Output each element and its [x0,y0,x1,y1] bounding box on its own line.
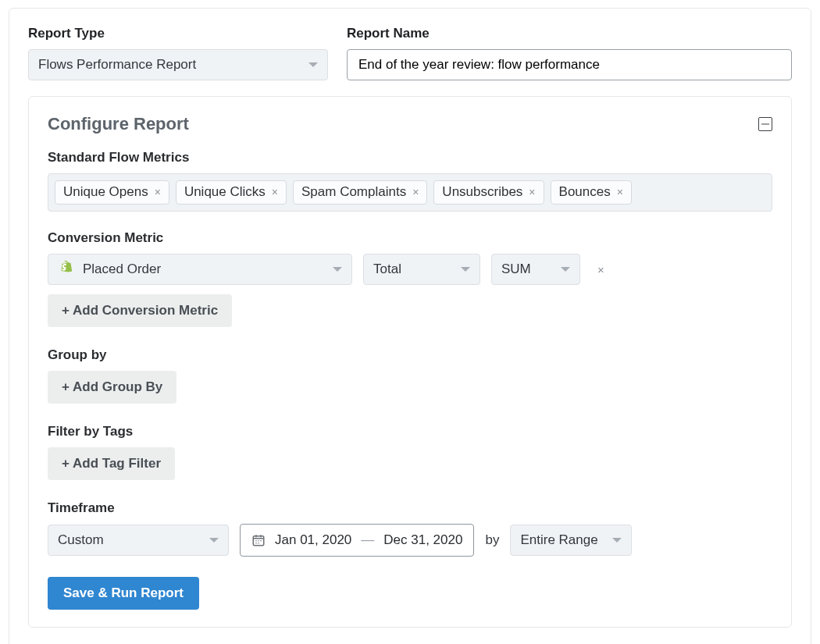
standard-metrics-section: Standard Flow Metrics Unique Opens × Uni… [48,150,772,212]
report-type-selected: Flows Performance Report [38,57,196,73]
timeframe-mode-select[interactable]: Custom [48,525,229,556]
report-type-select[interactable]: Flows Performance Report [28,49,328,80]
timeframe-label: Timeframe [48,500,772,516]
svg-point-2 [258,540,259,542]
remove-conversion-icon[interactable]: × [597,263,604,276]
svg-point-5 [258,543,259,544]
filter-tags-section: Filter by Tags + Add Tag Filter [48,424,772,480]
add-group-by-button[interactable]: + Add Group By [48,371,176,404]
shopify-icon [58,260,75,279]
metric-tag: Unsubscribes × [433,180,544,205]
conversion-metric-label: Conversion Metric [48,230,772,246]
chevron-down-icon [561,267,570,272]
metric-tag-label: Unsubscribes [442,184,522,200]
conversion-metric-section: Conversion Metric Placed Order Total [48,230,772,327]
close-icon[interactable]: × [529,187,535,197]
svg-point-3 [260,540,262,542]
timeframe-mode-selected: Custom [58,532,104,548]
metric-tag-label: Spam Complaints [301,184,406,200]
date-start: Jan 01, 2020 [275,532,351,548]
metric-tag-label: Bounces [559,184,611,200]
conversion-metric-select[interactable]: Placed Order [48,254,352,285]
chevron-down-icon [333,267,342,272]
conversion-metric-selected: Placed Order [83,262,161,277]
chevron-down-icon [308,62,318,67]
close-icon[interactable]: × [412,187,419,197]
dash-icon: — [361,532,374,548]
report-type-field: Report Type Flows Performance Report [28,26,328,80]
configure-report-panel: Configure Report Standard Flow Metrics U… [28,96,792,628]
metric-tag: Unique Clicks × [176,180,287,205]
date-end: Dec 31, 2020 [383,532,462,548]
conversion-metric-row: Placed Order Total SUM × [48,254,772,285]
top-row: Report Type Flows Performance Report Rep… [28,26,792,80]
chevron-down-icon [209,538,219,543]
conversion-agg-selected: Total [373,262,401,277]
group-by-section: Group by + Add Group By [48,347,772,404]
panel-title: Configure Report [48,114,189,134]
conversion-agg-select[interactable]: Total [363,254,480,285]
timeframe-range-selected: Entire Range [520,532,597,548]
metric-tag: Unique Opens × [55,180,169,205]
report-type-label: Report Type [28,26,328,41]
report-name-input[interactable] [347,49,792,80]
report-name-label: Report Name [347,26,792,41]
close-icon[interactable]: × [272,187,278,197]
close-icon[interactable]: × [155,187,161,197]
report-name-field: Report Name [347,26,792,80]
by-text: by [485,532,499,548]
group-by-label: Group by [48,347,772,363]
chevron-down-icon [612,538,622,543]
svg-point-1 [255,540,257,542]
add-tag-filter-button[interactable]: + Add Tag Filter [48,447,175,480]
close-icon[interactable]: × [617,187,623,197]
timeframe-section: Timeframe Custom [48,500,772,557]
timeframe-range-select[interactable]: Entire Range [510,525,632,556]
save-run-report-button[interactable]: Save & Run Report [48,577,199,610]
conversion-func-select[interactable]: SUM [491,254,580,285]
filter-tags-label: Filter by Tags [48,424,772,439]
date-range-picker[interactable]: Jan 01, 2020 — Dec 31, 2020 [240,524,474,557]
panel-header: Configure Report [48,114,772,134]
metric-tag: Spam Complaints × [293,180,427,205]
standard-metrics-label: Standard Flow Metrics [48,150,772,165]
metric-tag-label: Unique Clicks [184,184,266,200]
standard-metrics-tagbar[interactable]: Unique Opens × Unique Clicks × Spam Comp… [48,173,772,212]
add-conversion-metric-button[interactable]: + Add Conversion Metric [48,294,232,327]
metric-tag: Bounces × [551,180,632,205]
metric-tag-label: Unique Opens [63,184,148,200]
timeframe-row: Custom J [48,524,772,557]
chevron-down-icon [461,267,470,272]
calendar-icon [251,533,266,547]
collapse-icon[interactable] [758,117,772,131]
conversion-func-selected: SUM [501,262,531,277]
report-builder-card: Report Type Flows Performance Report Rep… [9,8,811,644]
svg-point-4 [255,543,257,544]
